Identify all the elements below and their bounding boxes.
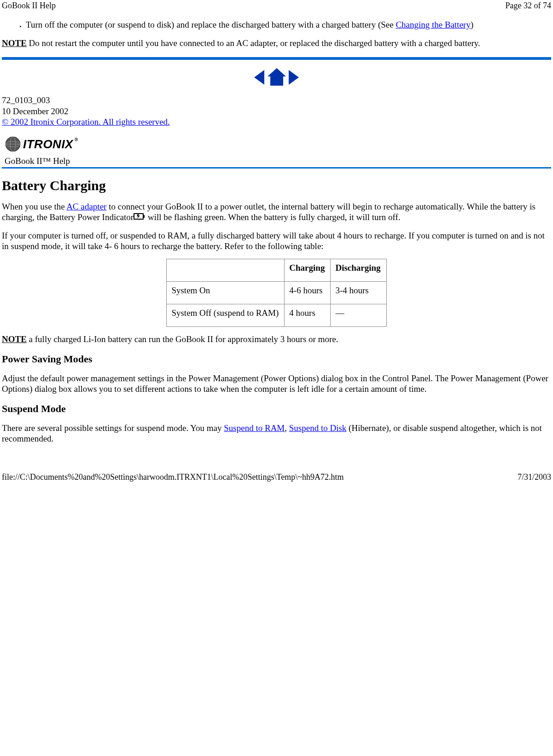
bullet-text-pre: Turn off the computer (or suspend to dis… xyxy=(26,20,396,29)
table-header-row: Charging Discharging xyxy=(167,259,386,282)
svg-rect-8 xyxy=(143,215,145,218)
note-text-1: Do not restart the computer until you ha… xyxy=(27,38,480,48)
battery-indicator-icon xyxy=(134,212,146,222)
brand-name: ITRONIX xyxy=(23,137,73,151)
suspend-to-ram-link[interactable]: Suspend to RAM xyxy=(224,423,285,433)
footer-path: file://C:\Documents%20and%20Settings\har… xyxy=(2,472,343,482)
logo-area: ITRONIX® GoBook II™ Help xyxy=(2,134,551,167)
svg-marker-2 xyxy=(289,70,299,85)
table-header-empty xyxy=(167,259,285,282)
main-content: Turn off the computer (or suspend to dis… xyxy=(0,20,553,444)
page-header: GoBook II Help Page 32 of 74 xyxy=(0,0,553,12)
para-recharge-times: If your computer is turned off, or suspe… xyxy=(2,231,551,252)
ac-adapter-link[interactable]: AC adapter xyxy=(66,202,106,211)
section-heading-power-saving: Power Saving Modes xyxy=(2,353,551,365)
note-label-1: NOTE xyxy=(2,38,27,48)
table-cell: 4-6 hours xyxy=(285,282,331,304)
help-title: GoBook II™ Help xyxy=(5,156,548,166)
doc-meta: 72_0103_003 10 December 2002 © 2002 Itro… xyxy=(2,95,551,128)
table-cell: System On xyxy=(167,282,285,304)
section-heading-battery-charging: Battery Charging xyxy=(2,178,551,193)
note-label-2: NOTE xyxy=(2,334,27,344)
divider-blue-1 xyxy=(2,57,551,60)
changing-battery-link[interactable]: Changing the Battery xyxy=(396,20,471,29)
doc-number: 72_0103_003 xyxy=(2,95,551,106)
divider-blue-2 xyxy=(2,167,551,169)
svg-marker-9 xyxy=(137,214,140,219)
note-paragraph-2: NOTE a fully charged Li-Ion battery can … xyxy=(2,334,551,345)
header-page-info: Page 32 of 74 xyxy=(506,1,551,11)
note-text-2: a fully charged Li-Ion battery can run t… xyxy=(27,334,338,344)
table-cell: 3-4 hours xyxy=(331,282,386,304)
suspend-to-disk-link[interactable]: Suspend to Disk xyxy=(289,423,347,433)
para4-pre: There are several possible settings for … xyxy=(2,423,224,433)
header-title: GoBook II Help xyxy=(2,1,56,11)
svg-marker-0 xyxy=(254,70,264,85)
section-heading-suspend-mode: Suspend Mode xyxy=(2,403,551,415)
copyright-link[interactable]: © 2002 Itronix Corporation. All rights r… xyxy=(2,117,170,127)
footer-date: 7/31/2003 xyxy=(518,472,551,482)
table-row: System Off (suspend to RAM) 4 hours — xyxy=(167,304,386,327)
charging-table: Charging Discharging System On 4-6 hours… xyxy=(166,259,386,327)
para4-mid: , xyxy=(285,423,289,433)
table-header-charging: Charging xyxy=(285,259,331,282)
para-intro: When you use the AC adapter to connect y… xyxy=(2,202,551,223)
para-power-management: Adjust the default power management sett… xyxy=(2,373,551,395)
note-paragraph-1: NOTE Do not restart the computer until y… xyxy=(2,38,551,49)
doc-date: 10 December 2002 xyxy=(2,106,551,117)
svg-marker-1 xyxy=(268,68,286,86)
bullet-list: Turn off the computer (or suspend to dis… xyxy=(2,20,551,30)
table-cell: — xyxy=(331,304,386,327)
table-cell: System Off (suspend to RAM) xyxy=(167,304,285,327)
nav-back-icon[interactable] xyxy=(252,68,264,87)
nav-home-icon[interactable] xyxy=(267,67,287,87)
table-cell: 4 hours xyxy=(285,304,331,327)
globe-icon xyxy=(5,136,21,152)
nav-icons xyxy=(2,67,551,87)
para1-pre: When you use the xyxy=(2,202,66,211)
table-row: System On 4-6 hours 3-4 hours xyxy=(167,282,386,304)
table-header-discharging: Discharging xyxy=(331,259,386,282)
para-suspend: There are several possible settings for … xyxy=(2,423,551,444)
para1-post: will be flashing green. When the battery… xyxy=(146,212,401,222)
bullet-text-post: ) xyxy=(471,20,473,29)
nav-forward-icon[interactable] xyxy=(289,68,301,87)
page-footer: file://C:\Documents%20and%20Settings\har… xyxy=(0,471,553,483)
registered-mark: ® xyxy=(75,137,78,142)
bullet-item: Turn off the computer (or suspend to dis… xyxy=(26,20,551,30)
logo-row: ITRONIX® xyxy=(5,136,548,152)
